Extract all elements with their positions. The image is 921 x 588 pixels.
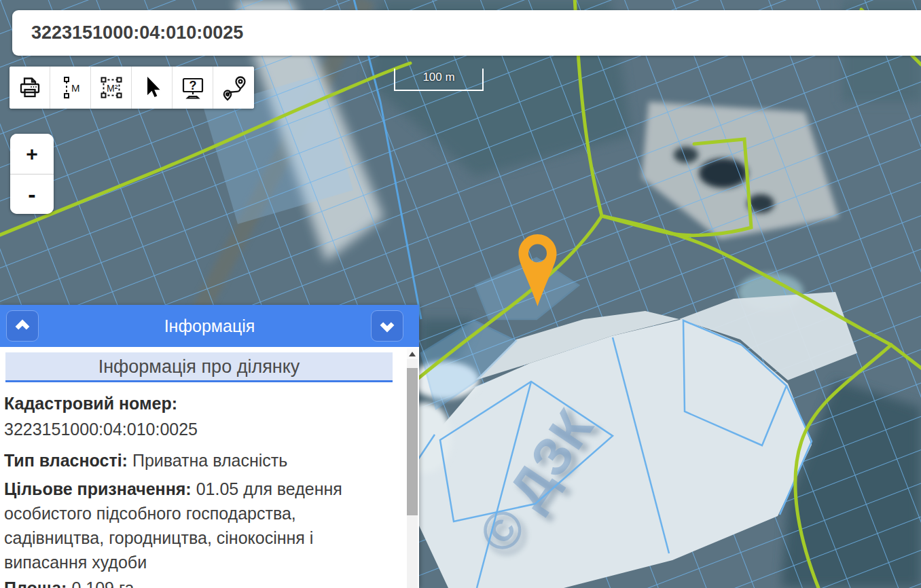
svg-text:M: M [71,82,80,94]
zoom-out-button[interactable]: - [10,174,54,214]
info-panel-body: Інформація про ділянку Кадастровий номер… [0,347,419,588]
zoom-in-button[interactable]: + [10,134,54,174]
zoom-control: + - [10,134,54,214]
tab-parcel-info[interactable]: Інформація про ділянку [5,352,393,382]
ownership-value: Приватна власність [132,451,287,470]
svg-text:?: ? [189,79,196,92]
info-panel: Інформація Інформація про ділянку Кадаст… [0,305,419,588]
purpose-label: Цільове призначення: [4,479,192,498]
measure-area-button[interactable]: M² [91,67,132,109]
search-input[interactable] [12,10,921,56]
area-value: 0.109 га [71,578,134,588]
cadastral-number-value: 3223151000:04:010:0025 [4,417,403,441]
chevron-down-icon [378,317,396,335]
svg-text:M²: M² [107,83,118,94]
measure-distance-icon: M [57,74,84,101]
scale-bar: 100 m [394,69,484,91]
info-panel-header: Інформація [0,305,419,347]
ownership-label: Тип власності: [4,451,128,470]
cursor-icon [139,74,166,101]
area-label: Площа: [4,578,67,588]
purpose-field: Цільове призначення:01.05 для ведення ос… [4,477,361,574]
area-field: Площа:0.109 га [4,576,403,588]
cadastral-number-label: Кадастровий номер: [4,391,403,416]
measure-area-icon: M² [98,74,125,101]
ownership-field: Тип власності:Приватна власність [4,448,403,473]
scroll-up-icon [409,352,416,356]
measure-distance-button[interactable]: M [50,67,91,109]
panel-scrollbar [407,347,418,588]
route-button[interactable] [213,67,254,109]
scrollbar-thumb[interactable] [407,368,418,515]
scroll-up-button[interactable] [407,348,418,359]
chevron-up-icon [14,317,31,335]
scale-bar-label: 100 m [422,71,454,84]
select-cursor-button[interactable] [132,67,173,109]
panel-expand-button[interactable] [6,310,39,342]
search-bar [12,10,921,56]
help-monitor-icon: ? [179,74,206,101]
print-icon [16,74,43,101]
map-toolbar: M M² ? [10,67,254,109]
route-icon [220,74,247,101]
panel-collapse-button[interactable] [371,310,403,342]
help-button[interactable]: ? [173,67,213,109]
print-button[interactable] [10,67,50,109]
panel-title: Інформація [164,316,255,336]
